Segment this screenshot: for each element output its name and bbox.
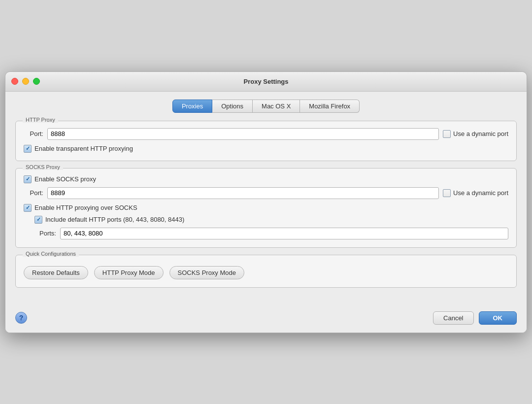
ports-label: Ports:: [34, 230, 56, 237]
proxy-settings-window: Proxy Settings Proxies Options Mac OS X …: [5, 71, 527, 333]
http-port-row: Port: Use a dynamic port: [24, 128, 508, 140]
socks-port-label: Port:: [24, 189, 43, 197]
titlebar: Proxy Settings: [5, 72, 527, 92]
default-ports-checkbox[interactable]: [34, 216, 42, 224]
socks-dynamic-port-checkbox[interactable]: [443, 189, 451, 197]
http-proxy-title: HTTP Proxy: [23, 117, 58, 123]
http-transparent-label: Enable transparent HTTP proxying: [34, 145, 133, 152]
cancel-button[interactable]: Cancel: [433, 311, 473, 325]
restore-defaults-button[interactable]: Restore Defaults: [24, 266, 88, 279]
help-button[interactable]: ?: [15, 312, 27, 324]
socks-proxy-section: SOCKS Proxy Enable SOCKS proxy Port: Use…: [15, 168, 517, 248]
ports-input[interactable]: [60, 228, 508, 239]
tab-proxies[interactable]: Proxies: [172, 100, 212, 113]
close-button[interactable]: [11, 78, 18, 85]
action-buttons: Cancel OK: [433, 311, 517, 325]
bottom-bar: ? Cancel OK: [5, 304, 527, 333]
http-transparent-checkbox[interactable]: [24, 145, 32, 153]
ports-row: Ports:: [34, 228, 508, 239]
socks-enable-checkbox[interactable]: [24, 175, 32, 183]
socks-port-row: Port: Use a dynamic port: [24, 187, 508, 199]
tab-options[interactable]: Options: [212, 100, 253, 113]
default-ports-label: Include default HTTP ports (80, 443, 808…: [45, 216, 184, 223]
socks-indent: Include default HTTP ports (80, 443, 808…: [34, 216, 508, 239]
default-ports-row: Include default HTTP ports (80, 443, 808…: [34, 216, 508, 224]
ok-button[interactable]: OK: [479, 311, 517, 325]
http-port-input[interactable]: [47, 128, 439, 140]
http-proxy-mode-button[interactable]: HTTP Proxy Mode: [94, 266, 164, 279]
socks-enable-label: Enable SOCKS proxy: [34, 175, 96, 183]
maximize-button[interactable]: [33, 78, 40, 85]
http-transparent-row: Enable transparent HTTP proxying: [24, 145, 508, 153]
socks-proxy-title: SOCKS Proxy: [23, 164, 63, 170]
http-over-socks-label: Enable HTTP proxying over SOCKS: [34, 204, 137, 211]
http-over-socks-checkbox[interactable]: [24, 204, 32, 212]
socks-enable-row: Enable SOCKS proxy: [24, 175, 508, 183]
minimize-button[interactable]: [22, 78, 29, 85]
socks-port-input[interactable]: [47, 187, 439, 199]
tab-firefox[interactable]: Mozilla Firefox: [300, 100, 360, 113]
tab-bar: Proxies Options Mac OS X Mozilla Firefox: [15, 100, 517, 113]
socks-dynamic-port-label: Use a dynamic port: [443, 189, 508, 197]
socks-proxy-mode-button[interactable]: SOCKS Proxy Mode: [169, 266, 245, 279]
window-title: Proxy Settings: [243, 78, 288, 85]
quick-config-buttons: Restore Defaults HTTP Proxy Mode SOCKS P…: [24, 266, 508, 279]
main-content: Proxies Options Mac OS X Mozilla Firefox…: [5, 92, 527, 304]
http-over-socks-row: Enable HTTP proxying over SOCKS: [24, 204, 508, 212]
quick-configs-title: Quick Configurations: [23, 251, 79, 257]
http-port-label: Port:: [24, 130, 43, 137]
tab-macosx[interactable]: Mac OS X: [253, 100, 300, 113]
quick-configs-section: Quick Configurations Restore Defaults HT…: [15, 255, 517, 288]
window-controls: [11, 78, 40, 85]
http-dynamic-port-label: Use a dynamic port: [443, 130, 508, 138]
http-proxy-section: HTTP Proxy Port: Use a dynamic port Enab…: [15, 121, 517, 161]
http-dynamic-port-checkbox[interactable]: [443, 130, 451, 138]
